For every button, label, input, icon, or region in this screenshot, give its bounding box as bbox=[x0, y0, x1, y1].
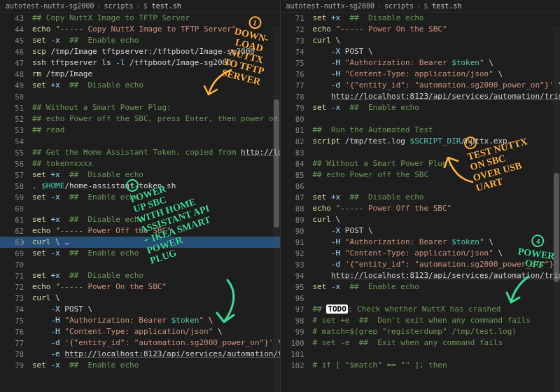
code-line[interactable]: 71set +x ## Disable echo bbox=[281, 13, 561, 24]
code-editor-left[interactable]: 43## Copy NuttX Image to TFTP Server44ec… bbox=[0, 13, 280, 392]
code-line[interactable]: 71set +x ## Disable echo bbox=[0, 270, 280, 281]
code-content[interactable]: set -x ## Enable echo bbox=[29, 248, 280, 259]
code-content[interactable]: -d '{"entity_id": "automation.sg2000_pow… bbox=[310, 259, 561, 270]
code-line[interactable]: 63curl \ … bbox=[0, 237, 280, 248]
code-content[interactable] bbox=[310, 181, 561, 192]
code-content[interactable]: set -x ## Enable echo bbox=[29, 360, 280, 371]
code-content[interactable]: ## TODO: Check whether NuttX has crashed bbox=[310, 304, 561, 315]
code-content[interactable]: set +x ## Disable echo bbox=[29, 214, 280, 225]
scrollbar[interactable] bbox=[273, 27, 280, 392]
code-line[interactable]: 48rm /tmp/Image bbox=[0, 69, 280, 80]
code-content[interactable]: -d '{"entity_id": "automation.sg2000_pow… bbox=[310, 80, 561, 91]
code-content[interactable]: ssh tftpserver ls -l /tftpboot/Image-sg2… bbox=[29, 57, 280, 69]
code-line[interactable]: 78 -e http://localhost:8123/api/services… bbox=[0, 349, 280, 360]
breadcrumb-root[interactable]: autotest-nuttx-sg2000 bbox=[286, 2, 374, 10]
code-line[interactable]: 94 http://localhost:8123/api/services/au… bbox=[281, 270, 561, 281]
code-content[interactable]: echo "----- Power Off the SBC" bbox=[310, 203, 561, 214]
code-line[interactable]: 52## echo Power off the SBC, press Enter… bbox=[0, 113, 280, 125]
code-content[interactable]: ## Get the Home Assistant Token, copied … bbox=[29, 147, 280, 158]
code-content[interactable]: echo "----- Power On the SBC" bbox=[29, 281, 280, 293]
code-line[interactable]: 43## Copy NuttX Image to TFTP Server bbox=[0, 13, 280, 24]
code-line[interactable]: 99# match=$(grep "registerdump" /tmp/tes… bbox=[281, 326, 561, 337]
code-line[interactable]: 78 http://localhost:8123/api/services/au… bbox=[281, 91, 561, 102]
code-content[interactable]: set +x ## Disable echo bbox=[29, 270, 280, 281]
code-content[interactable] bbox=[29, 259, 280, 270]
code-line[interactable]: 75 -H "Authorization: Bearer $token" \ bbox=[0, 315, 280, 326]
code-content[interactable] bbox=[310, 113, 561, 125]
code-line[interactable]: 69set -x ## Enable echo bbox=[0, 248, 280, 259]
code-content[interactable]: -X POST \ bbox=[310, 46, 561, 57]
code-line[interactable]: 76 -H "Content-Type: application/json" \ bbox=[281, 69, 561, 80]
code-line[interactable]: 80 bbox=[281, 113, 561, 125]
code-line[interactable]: 59set -x ## Enable echo bbox=[0, 192, 280, 203]
code-content[interactable]: # match=$(grep "registerdump" /tmp/test.… bbox=[310, 326, 561, 337]
code-line[interactable]: 56## token=xxxx bbox=[0, 158, 280, 169]
breadcrumb[interactable]: autotest-nuttx-sg2000 › scripts › $ test… bbox=[281, 0, 561, 13]
code-line[interactable]: 95set -x ## Enable echo bbox=[281, 281, 561, 293]
code-content[interactable]: set -x ## Enable echo bbox=[29, 35, 280, 46]
code-line[interactable]: 60 bbox=[0, 203, 280, 214]
code-content[interactable]: -H "Authorization: Bearer $token" \ bbox=[310, 57, 561, 69]
code-line[interactable]: 62echo "----- Power Off the SBC" bbox=[0, 225, 280, 237]
code-content[interactable]: # set +e ## Don't exit when any command … bbox=[310, 315, 561, 326]
scrollbar[interactable] bbox=[553, 27, 560, 392]
code-line[interactable]: 83 bbox=[281, 147, 561, 158]
breadcrumb-root[interactable]: autotest-nuttx-sg2000 bbox=[6, 2, 94, 10]
code-line[interactable]: 87set +x ## Disable echo bbox=[281, 192, 561, 203]
code-content[interactable]: ## Without a Smart Power Plug: bbox=[29, 102, 280, 113]
code-line[interactable]: 77 -d '{"entity_id": "automation.sg2000_… bbox=[281, 80, 561, 91]
code-content[interactable]: set -x ## Enable echo bbox=[310, 281, 561, 293]
code-content[interactable]: -H "Content-Type: application/json" \ bbox=[310, 69, 561, 80]
code-editor-right[interactable]: 71set +x ## Disable echo72echo "----- Po… bbox=[281, 13, 561, 392]
code-line[interactable]: 82script /tmp/test.log $SCRIPT_DIR/nuttx… bbox=[281, 136, 561, 147]
code-content[interactable] bbox=[310, 147, 561, 158]
code-line[interactable]: 92 -H "Content-Type: application/json" \ bbox=[281, 248, 561, 259]
code-line[interactable]: 74 -X POST \ bbox=[0, 304, 280, 315]
code-content[interactable]: -H "Content-Type: application/json" \ bbox=[310, 248, 561, 259]
code-line[interactable]: 77 -d '{"entity_id": "automation.sg2000_… bbox=[0, 337, 280, 349]
code-line[interactable]: 86 bbox=[281, 181, 561, 192]
code-line[interactable]: 73curl \ bbox=[0, 293, 280, 304]
code-content[interactable]: set +x ## Disable echo bbox=[310, 13, 561, 24]
breadcrumb-file[interactable]: test.sh bbox=[432, 2, 461, 10]
breadcrumb-folder[interactable]: scripts bbox=[384, 2, 414, 10]
code-line[interactable]: 46scp /tmp/Image tftpserver:/tftpboot/Im… bbox=[0, 46, 280, 57]
code-line[interactable]: 89curl \ bbox=[281, 214, 561, 225]
code-line[interactable]: 101 bbox=[281, 349, 561, 360]
code-line[interactable]: 91 -H "Authorization: Bearer $token" \ bbox=[281, 237, 561, 248]
code-content[interactable]: ## Copy NuttX Image to TFTP Server bbox=[29, 13, 280, 24]
code-content[interactable]: ## echo Power off the SBC, press Enter, … bbox=[29, 113, 280, 125]
code-line[interactable]: 84## Without a Smart Power Plug: bbox=[281, 158, 561, 169]
code-line[interactable]: 102# if [ "$match" == "" ]; then bbox=[281, 360, 561, 371]
code-line[interactable]: 74 -X POST \ bbox=[281, 46, 561, 57]
code-line[interactable]: 50 bbox=[0, 91, 280, 102]
code-content[interactable]: -H "Authorization: Bearer $token" \ bbox=[310, 237, 561, 248]
code-content[interactable]: echo "----- Power On the SBC" bbox=[310, 24, 561, 35]
code-content[interactable]: set +x ## Disable echo bbox=[310, 192, 561, 203]
code-content[interactable]: ## token=xxxx bbox=[29, 158, 280, 169]
code-content[interactable] bbox=[310, 349, 561, 360]
code-line[interactable]: 44echo "----- Copy NuttX Image to TFTP S… bbox=[0, 24, 280, 35]
code-content[interactable]: set +x ## Disable echo bbox=[29, 169, 280, 181]
breadcrumb-file[interactable]: test.sh bbox=[152, 2, 181, 10]
code-content[interactable]: curl \ bbox=[310, 35, 561, 46]
code-line[interactable]: 49set +x ## Disable echo bbox=[0, 80, 280, 91]
code-content[interactable] bbox=[29, 91, 280, 102]
code-line[interactable]: 57set +x ## Disable echo bbox=[0, 169, 280, 181]
code-content[interactable]: . $HOME/home-assistant-token.sh bbox=[29, 181, 280, 192]
code-content[interactable]: set +x ## Disable echo bbox=[29, 80, 280, 91]
code-content[interactable]: scp /tmp/Image tftpserver:/tftpboot/Imag… bbox=[29, 46, 280, 57]
code-content[interactable] bbox=[29, 136, 280, 147]
code-content[interactable]: script /tmp/test.log $SCRIPT_DIR/nuttx.e… bbox=[310, 136, 561, 147]
code-content[interactable]: http://localhost:8123/api/services/autom… bbox=[310, 270, 561, 281]
code-line[interactable]: 45set -x ## Enable echo bbox=[0, 35, 280, 46]
code-line[interactable]: 73curl \ bbox=[281, 35, 561, 46]
code-content[interactable]: set -x ## Enable echo bbox=[310, 102, 561, 113]
code-line[interactable]: 47ssh tftpserver ls -l /tftpboot/Image-s… bbox=[0, 57, 280, 69]
code-content[interactable]: rm /tmp/Image bbox=[29, 69, 280, 80]
code-line[interactable]: 76 -H "Content-Type: application/json" \ bbox=[0, 326, 280, 337]
code-content[interactable]: -H "Authorization: Bearer $token" \ bbox=[29, 315, 280, 326]
code-line[interactable]: 70 bbox=[0, 259, 280, 270]
code-content[interactable]: # set -e ## Exit when any command fails bbox=[310, 337, 561, 349]
code-content[interactable]: -H "Content-Type: application/json" \ bbox=[29, 326, 280, 337]
